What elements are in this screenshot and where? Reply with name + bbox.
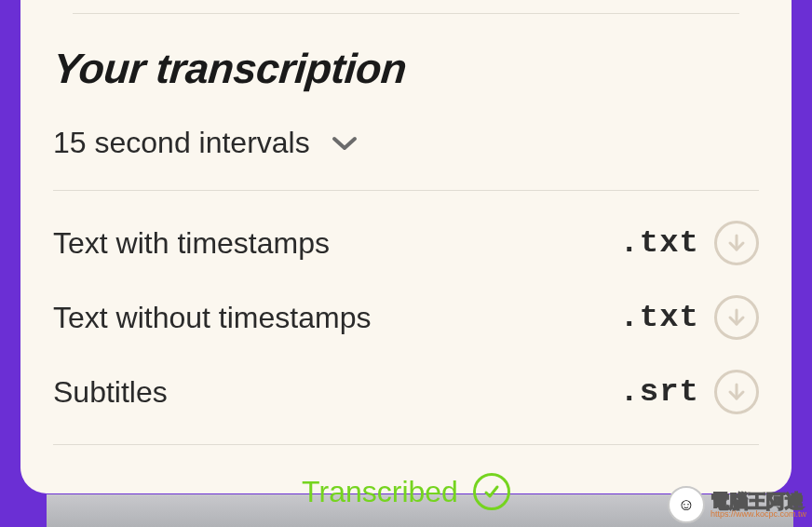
check-circle-icon bbox=[473, 473, 510, 510]
transcription-card: Your transcription 15 second intervals T… bbox=[20, 0, 792, 493]
section-heading: Your transcription bbox=[51, 45, 762, 93]
interval-dropdown[interactable]: 15 second intervals bbox=[53, 126, 759, 160]
mid-divider bbox=[53, 190, 759, 191]
top-divider bbox=[73, 13, 739, 14]
download-arrow-icon bbox=[725, 232, 748, 254]
watermark-avatar-icon: ☺ bbox=[668, 486, 705, 523]
download-button[interactable] bbox=[714, 221, 759, 265]
bottom-divider bbox=[53, 444, 759, 445]
download-arrow-icon bbox=[725, 381, 748, 403]
download-label: Subtitles bbox=[53, 375, 168, 410]
download-button[interactable] bbox=[714, 370, 759, 414]
download-label: Text with timestamps bbox=[53, 226, 330, 261]
status-label: Transcribed bbox=[302, 475, 458, 509]
file-extension: .txt bbox=[619, 225, 699, 261]
watermark-title: 電腦王阿達 bbox=[710, 492, 806, 510]
download-row-timestamps: Text with timestamps .txt bbox=[53, 221, 759, 265]
download-label: Text without timestamps bbox=[53, 301, 371, 335]
interval-label: 15 second intervals bbox=[53, 126, 310, 160]
download-row-no-timestamps: Text without timestamps .txt bbox=[53, 295, 759, 340]
download-arrow-icon bbox=[725, 306, 748, 329]
file-extension: .txt bbox=[619, 300, 699, 335]
download-button[interactable] bbox=[714, 295, 759, 340]
status-row: Transcribed bbox=[53, 473, 759, 510]
download-row-subtitles: Subtitles .srt bbox=[53, 370, 759, 414]
file-extension: .srt bbox=[619, 374, 699, 410]
chevron-down-icon bbox=[331, 135, 359, 152]
watermark-url: https://www.kocpc.com.tw bbox=[710, 510, 806, 519]
watermark: ☺ 電腦王阿達 https://www.kocpc.com.tw bbox=[668, 486, 806, 523]
